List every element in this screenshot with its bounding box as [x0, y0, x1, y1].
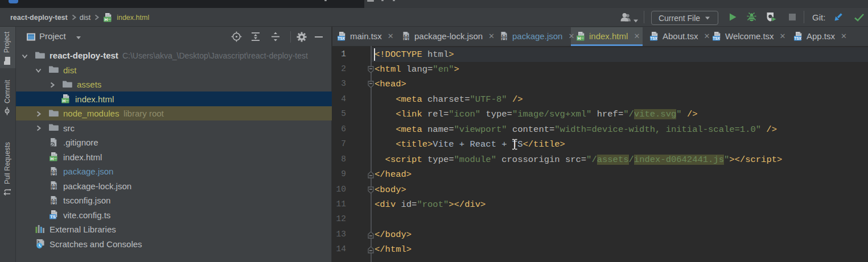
- svg-text:TSX: TSX: [713, 36, 720, 40]
- svg-text:H: H: [51, 156, 54, 161]
- svg-text:H: H: [63, 98, 66, 103]
- svg-text:TSX: TSX: [650, 36, 657, 40]
- svg-text:TSX: TSX: [338, 36, 345, 40]
- svg-text:H: H: [105, 17, 108, 22]
- svg-text:H: H: [578, 36, 581, 41]
- svg-text:TS: TS: [50, 214, 56, 219]
- svg-text:TSX: TSX: [794, 36, 801, 40]
